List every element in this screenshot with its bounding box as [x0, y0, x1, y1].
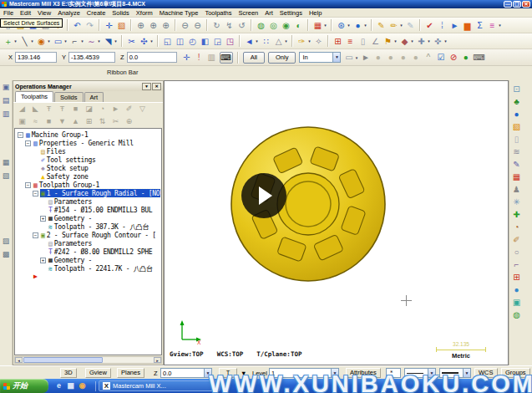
select-only-button[interactable]: Only — [268, 52, 296, 64]
tree-expand-box[interactable]: + — [40, 258, 46, 263]
tree-item-safety-zone[interactable]: ▲Safety zone — [15, 172, 161, 181]
tab-art[interactable]: Art — [84, 92, 104, 102]
red-grid-icon[interactable]: ⊞ — [511, 272, 523, 283]
knife-edit-icon[interactable]: ✐ — [511, 234, 523, 245]
end-selection-icon[interactable]: ● — [460, 52, 471, 63]
select-all-operations-icon[interactable]: ◢ — [16, 104, 28, 115]
add-entity-icon[interactable]: ✚ — [511, 209, 523, 220]
scrollbar-thumb[interactable] — [23, 357, 103, 363]
move-down-icon[interactable]: ▼ — [56, 116, 68, 127]
close-button[interactable]: ✕ — [522, 1, 530, 8]
menu-edit[interactable]: Edit — [17, 8, 34, 18]
array-grid-icon[interactable]: ∷ — [261, 36, 271, 47]
zoom-target-icon[interactable]: ⊕ — [148, 20, 159, 31]
selection-option-4-icon[interactable]: ● — [410, 52, 421, 63]
menu-machine-type[interactable]: Machine Type — [156, 8, 202, 18]
feed-speed-editor-dropdown[interactable]: ▾ — [498, 23, 502, 28]
unzoom-80-percent-icon[interactable]: ⊖ — [192, 20, 203, 31]
tree-expand-box[interactable]: + — [40, 216, 46, 222]
horizontal-scrollbar[interactable]: ◂ ▸ — [14, 356, 162, 364]
tree-item-machine-group-1[interactable]: −▦Machine Group-1 — [15, 130, 161, 139]
regen-selected-icon[interactable]: Ŧ — [43, 104, 55, 115]
create-arc-dropdown[interactable]: ▾ — [47, 38, 51, 43]
layers-waves-icon[interactable]: ≋ — [511, 146, 523, 157]
dock-select-icon[interactable]: ▣ — [1, 82, 11, 92]
create-line-dropdown[interactable]: ▾ — [30, 38, 34, 43]
snowflake-gear-icon[interactable]: ✳ — [511, 196, 523, 207]
flag-check-icon[interactable]: ⚑ — [383, 36, 393, 47]
undo-icon[interactable]: ↶ — [72, 20, 83, 31]
create-fillet-dropdown[interactable]: ▾ — [80, 38, 84, 43]
menu-view[interactable]: View — [34, 8, 54, 18]
post-selected-icon[interactable]: ◔ — [96, 104, 109, 115]
dynamic-rotate-icon[interactable]: ↻ — [211, 20, 222, 31]
create-point-icon[interactable]: ＋ — [3, 36, 13, 47]
post-process-icon[interactable]: Σ — [474, 20, 485, 31]
dock-shade-icon[interactable]: ▧ — [1, 171, 11, 181]
mode-3d-button[interactable]: 3D — [60, 368, 77, 378]
minimize-button[interactable]: — — [504, 1, 512, 8]
analyze-angle-icon[interactable]: ✎ — [405, 20, 416, 31]
quick-mask-keyboard-icon[interactable]: ⌨ — [473, 52, 484, 63]
circle-select-icon[interactable]: ○ — [511, 247, 523, 258]
hammer-tool-icon[interactable]: ✚ — [416, 36, 427, 47]
tree-item-stock-setup[interactable]: ◈Stock setup — [15, 164, 161, 172]
utility-pen-dropdown[interactable]: ▾ — [307, 38, 312, 43]
image-capture-icon[interactable]: ▧ — [511, 121, 523, 132]
only-display-icon[interactable]: ⊕ — [123, 116, 135, 127]
zoom-window-icon[interactable]: ⊕ — [135, 20, 146, 31]
stamp-tool-dropdown[interactable]: ▾ — [410, 38, 414, 43]
redo-icon[interactable]: ↷ — [84, 20, 95, 31]
menu-create[interactable]: Create — [84, 8, 109, 18]
viewsheet-dropdown[interactable]: ▾ — [323, 23, 327, 28]
gview-plan-dropdown[interactable]: ▾ — [347, 23, 351, 28]
toolpath-box-icon[interactable]: ▣ — [511, 297, 523, 308]
dock-view-icon[interactable]: ▤ — [1, 95, 11, 105]
highfeed-icon[interactable]: ► — [109, 104, 122, 115]
selection-option-1-icon[interactable]: ● — [372, 52, 383, 63]
dock-grid-icon[interactable]: ▦ — [1, 157, 11, 167]
tree-view-icon[interactable]: ♣ — [511, 96, 523, 107]
lock-toolpath-icon[interactable]: ▣ — [16, 116, 28, 127]
show-desktop-icon[interactable]: ▦ — [66, 381, 75, 390]
backplot-selected-icon[interactable]: ■ — [69, 104, 82, 115]
clipboard-icon[interactable]: ▥ — [206, 52, 217, 63]
selection-option-3-icon[interactable]: ● — [398, 52, 408, 63]
planes-button[interactable]: Planes — [117, 368, 144, 378]
start-button[interactable]: 开始 — [0, 379, 48, 393]
flag-check-dropdown[interactable]: ▾ — [393, 38, 398, 43]
regen-all-icon[interactable]: Ŧ — [56, 104, 68, 115]
nesting-dropdown[interactable]: ▾ — [255, 38, 259, 43]
select-none-icon[interactable]: ◣ — [29, 104, 42, 115]
blank-page-icon[interactable]: ▯ — [511, 134, 523, 145]
tree-item-parameters[interactable]: ▤Parameters — [15, 239, 161, 248]
create-fillet-icon[interactable]: ⌐ — [69, 36, 80, 47]
menu-art[interactable]: Art — [261, 8, 276, 18]
join-entities-icon[interactable]: ✣ — [139, 36, 149, 47]
fast-point-icon[interactable]: ! — [194, 52, 205, 63]
internet-explorer-icon[interactable]: e — [54, 381, 63, 390]
tree-expand-box[interactable]: − — [25, 140, 31, 146]
tree-item-files[interactable]: ▤Files — [15, 147, 161, 156]
create-spline-dropdown[interactable]: ▾ — [97, 38, 101, 43]
viewsheet-icon[interactable]: ▦ — [312, 20, 323, 31]
panel-close-button[interactable]: ✕ — [152, 83, 161, 90]
toggle-display-icon[interactable]: ≈ — [29, 116, 42, 127]
menu-xform[interactable]: Xform — [133, 8, 156, 18]
tree-item-154-15-00-endmill3-bul[interactable]: Ŧ#154 - Ø15.00 ENDMILL3 BUL — [15, 206, 161, 214]
autocursor-config-icon[interactable]: ✛ — [181, 52, 192, 63]
xform-scale-icon[interactable]: ◲ — [212, 36, 223, 47]
pin-tool-icon[interactable]: ✜ — [433, 36, 443, 47]
check-toolpath-icon[interactable]: ✔ — [424, 20, 435, 31]
create-line-icon[interactable]: ╲ — [19, 36, 30, 47]
tree-expand-box[interactable]: − — [18, 132, 23, 138]
xform-stretch-icon[interactable]: ◳ — [225, 36, 236, 47]
hidden-line-display-icon[interactable]: ◎ — [268, 20, 279, 31]
tree-item-1-surface-rough-radial-no[interactable]: −▣1 - Surface Rough Radial - [NO — [15, 189, 161, 197]
xform-rotate-icon[interactable]: ◴ — [187, 36, 198, 47]
create-surface-dropdown[interactable]: ▾ — [114, 38, 118, 43]
filter-operations-icon[interactable]: ▽ — [136, 104, 149, 115]
measure-angle-icon[interactable]: ∠ — [370, 36, 381, 47]
machine-grid-icon[interactable]: ⊞ — [332, 36, 343, 47]
color-grid-icon[interactable]: ▦ — [511, 171, 523, 182]
